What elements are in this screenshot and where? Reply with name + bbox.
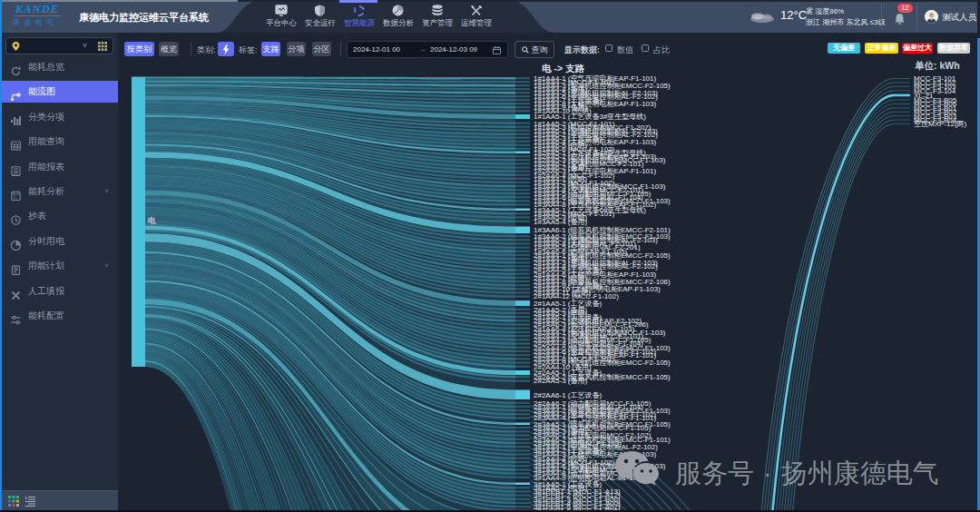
svg-text:2#2AA5-3 (备用): 2#2AA5-3 (备用) [534, 377, 587, 385]
svg-text:空压MXP-12(两): 空压MXP-12(两) [914, 120, 967, 128]
svg-text:电 -> 支路: 电 -> 支路 [542, 63, 584, 74]
svg-text:1#3AA5-4 (备用): 1#3AA5-4 (备用) [534, 218, 587, 226]
svg-text:2#2AA6-1 (工艺设备): 2#2AA6-1 (工艺设备) [534, 391, 602, 399]
svg-text:电: 电 [148, 216, 156, 225]
